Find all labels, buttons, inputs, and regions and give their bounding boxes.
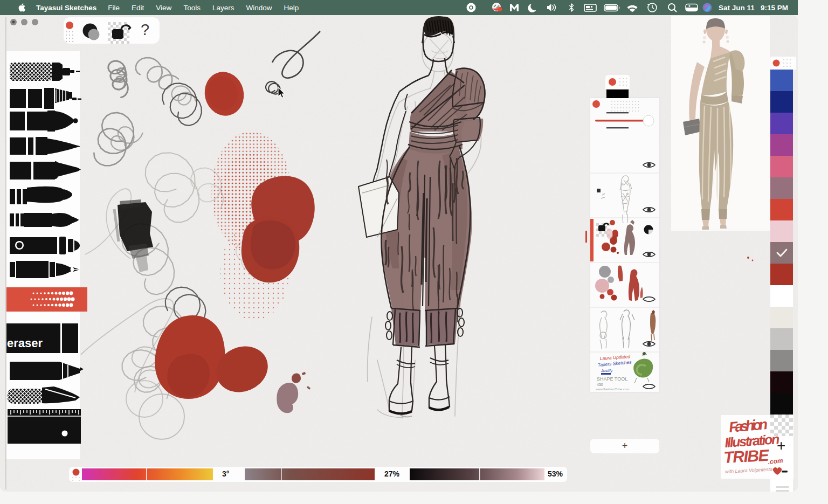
- svg-text:450: 450: [597, 383, 603, 386]
- svg-text:3°: 3°: [222, 470, 229, 478]
- svg-text:SHAPE TOOL: SHAPE TOOL: [597, 376, 627, 382]
- svg-text:27%: 27%: [384, 470, 400, 478]
- svg-text:+: +: [777, 437, 785, 454]
- svg-text:www.FashionTribe.com: www.FashionTribe.com: [595, 388, 629, 391]
- svg-text:with Laura Volpintesta: with Laura Volpintesta: [725, 466, 773, 474]
- svg-text:53%: 53%: [548, 470, 563, 478]
- svg-text:Sat Jun 11: Sat Jun 11: [719, 4, 755, 12]
- svg-text:TRIBE: TRIBE: [723, 446, 770, 466]
- svg-text:.com: .com: [768, 457, 784, 466]
- svg-text:Justify: Justify: [601, 368, 613, 373]
- svg-text:9:15 PM: 9:15 PM: [761, 4, 788, 12]
- svg-text:?: ?: [141, 21, 149, 38]
